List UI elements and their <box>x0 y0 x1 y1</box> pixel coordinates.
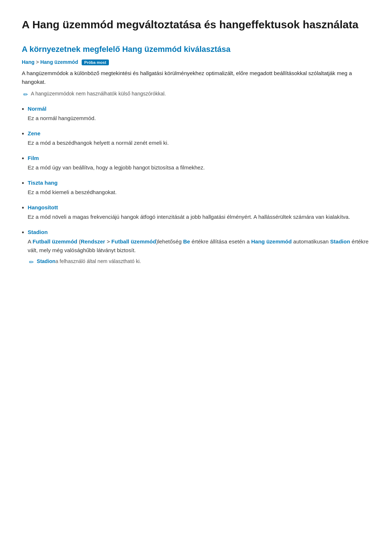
breadcrumb: Hang > Hang üzemmód Próba most <box>22 59 370 65</box>
stadion-desc-part5: értékre állítása esetén a <box>190 238 251 245</box>
stadion-link-rendszer[interactable]: Rendszer <box>81 238 105 245</box>
bullet-tiszta: • <box>22 178 24 189</box>
stadion-link-stadion[interactable]: Stadion <box>330 238 350 245</box>
bullet-zene: • <box>22 129 24 139</box>
note-row-1: ✏ A hangüzemmódok nem használhatók külső… <box>23 91 370 98</box>
breadcrumb-hang[interactable]: Hang <box>22 59 34 65</box>
bullet-film: • <box>22 153 24 164</box>
stadion-note-rest: a felhasználó által nem választható ki. <box>56 258 141 264</box>
term-hangositott: Hangosított <box>28 203 370 212</box>
stadion-link-futball2[interactable]: Futball üzemmód <box>111 238 156 245</box>
note-text-1: A hangüzemmódok nem használhatók külső h… <box>31 91 166 97</box>
bullet-hangositott: • <box>22 203 24 213</box>
desc-zene: Ez a mód a beszédhangok helyett a normál… <box>28 139 370 147</box>
list-item-zene: • Zene Ez a mód a beszédhangok helyett a… <box>22 129 370 152</box>
stadion-desc-part3: > <box>105 238 111 245</box>
breadcrumb-hang-uzemmmod[interactable]: Hang üzemmód <box>40 59 78 65</box>
stadion-link-hang-uzemmmod[interactable]: Hang üzemmód <box>251 238 292 245</box>
sound-mode-list: • Normál Ez a normál hangüzemmód. • Zene… <box>22 104 370 266</box>
bullet-stadion: • <box>22 227 24 238</box>
list-item-normal: • Normál Ez a normál hangüzemmód. <box>22 104 370 128</box>
desc-hangositott: Ez a mód növeli a magas frekvenciájú han… <box>28 213 370 221</box>
pencil-icon-1: ✏ <box>23 91 28 98</box>
item-content-zene: Zene Ez a mód a beszédhangok helyett a n… <box>28 129 370 152</box>
stadion-desc-part1: A <box>28 238 32 245</box>
stadion-desc-part6: automatikusan <box>292 238 330 245</box>
list-item-film: • Film Ez a mód úgy van beállítva, hogy … <box>22 154 370 177</box>
term-tiszta: Tiszta hang <box>28 178 370 187</box>
list-item-stadion: • Stadion A Futball üzemmód (Rendszer > … <box>22 228 370 266</box>
term-film: Film <box>28 154 370 163</box>
desc-stadion: A Futball üzemmód (Rendszer > Futball üz… <box>28 237 370 255</box>
item-content-hangositott: Hangosított Ez a mód növeli a magas frek… <box>28 203 370 226</box>
stadion-link-futball[interactable]: Futball üzemmód <box>33 238 77 245</box>
pencil-icon-stadion: ✏ <box>29 259 34 266</box>
item-content-film: Film Ez a mód úgy van beállítva, hogy a … <box>28 154 370 177</box>
stadion-desc-part2: ( <box>77 238 81 245</box>
stadion-note: ✏ Stadiona felhasználó által nem választ… <box>29 258 370 266</box>
stadion-desc-part4: )lehetőség <box>156 238 183 245</box>
stadion-note-bold: Stadion <box>37 258 55 264</box>
desc-film: Ez a mód úgy van beállítva, hogy a legjo… <box>28 163 370 172</box>
item-content-stadion: Stadion A Futball üzemmód (Rendszer > Fu… <box>28 228 370 266</box>
item-content-tiszta: Tiszta hang Ez a mód kiemeli a beszédhan… <box>28 178 370 202</box>
list-item-hangositott: • Hangosított Ez a mód növeli a magas fr… <box>22 203 370 226</box>
page-title: A Hang üzemmód megváltoztatása és hangef… <box>22 17 370 32</box>
item-content-normal: Normál Ez a normál hangüzemmód. <box>28 104 370 128</box>
term-stadion: Stadion <box>28 228 370 237</box>
stadion-note-text: Stadiona felhasználó által nem választha… <box>37 258 141 264</box>
stadion-link-be[interactable]: Be <box>183 238 190 245</box>
bullet-normal: • <box>22 104 24 115</box>
desc-tiszta: Ez a mód kiemeli a beszédhangokat. <box>28 188 370 197</box>
section-title: A környezetnek megfelelő Hang üzemmód ki… <box>22 45 370 54</box>
term-zene: Zene <box>28 129 370 138</box>
breadcrumb-separator: > <box>36 59 40 65</box>
proba-most-badge[interactable]: Próba most <box>82 59 109 65</box>
intro-text: A hangüzemmódok a különböző megtekintési… <box>22 69 370 86</box>
term-normal: Normál <box>28 104 370 113</box>
desc-normal: Ez a normál hangüzemmód. <box>28 114 370 123</box>
list-item-tiszta: • Tiszta hang Ez a mód kiemeli a beszédh… <box>22 178 370 202</box>
